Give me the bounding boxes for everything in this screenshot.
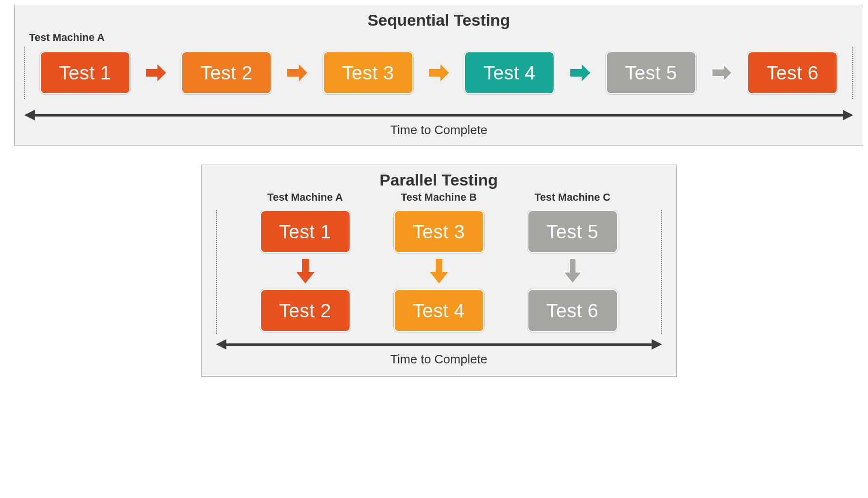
test-box-label: Test 4 <box>413 300 465 322</box>
test-box-label: Test 5 <box>625 62 677 84</box>
test-box: Test 4 <box>394 289 484 332</box>
parallel-machine-label: Test Machine C <box>535 191 611 204</box>
test-box: Test 1 <box>260 210 351 253</box>
test-box: Test 2 <box>181 51 272 94</box>
bound-line-icon <box>852 47 853 99</box>
sequential-time-caption: Time to Complete <box>24 123 853 137</box>
sequential-title: Sequential Testing <box>24 11 853 29</box>
test-box-label: Test 2 <box>200 62 253 84</box>
test-box-label: Test 4 <box>483 62 536 84</box>
sequential-machine-label: Test Machine A <box>29 31 853 44</box>
arrow-right-icon <box>428 62 450 83</box>
test-box: Test 1 <box>40 51 130 94</box>
parallel-time-axis: Time to Complete <box>216 339 662 367</box>
test-box: Test 2 <box>260 289 351 332</box>
arrow-right-icon <box>711 62 733 83</box>
test-box-label: Test 5 <box>546 221 599 243</box>
arrow-right-icon <box>569 62 591 83</box>
parallel-panel: Parallel Testing Test Machine A Test 1 T… <box>201 165 677 377</box>
parallel-column: Test Machine C Test 5 Test 6 <box>527 191 618 334</box>
test-box: Test 5 <box>527 210 618 253</box>
arrow-right-icon <box>286 62 308 83</box>
test-box: Test 5 <box>606 51 696 94</box>
time-axis-line <box>30 114 848 117</box>
test-box-label: Test 2 <box>279 300 332 322</box>
test-box: Test 6 <box>747 51 838 94</box>
arrow-down-icon <box>294 258 316 284</box>
arrow-down-icon <box>428 258 450 284</box>
test-box: Test 4 <box>464 51 555 94</box>
time-arrowhead-right-icon <box>652 339 662 350</box>
parallel-column: Test Machine A Test 1 Test 2 <box>260 191 351 334</box>
test-box-label: Test 1 <box>279 221 332 243</box>
parallel-time-caption: Time to Complete <box>216 352 662 367</box>
bound-line-icon <box>216 210 217 334</box>
test-box-label: Test 3 <box>342 62 394 84</box>
time-arrowhead-right-icon <box>843 110 853 120</box>
test-box-label: Test 6 <box>546 300 599 322</box>
test-box: Test 3 <box>394 210 484 253</box>
sequential-row: Test 1 Test 2 Test 3 Test 4 Test 5 <box>24 47 853 99</box>
arrow-right-icon <box>145 62 167 83</box>
test-box: Test 3 <box>323 51 413 94</box>
test-box-label: Test 6 <box>766 62 819 84</box>
parallel-columns: Test Machine A Test 1 Test 2 Test Machin… <box>211 191 667 334</box>
bound-line-icon <box>661 210 662 334</box>
arrow-down-icon <box>562 258 584 284</box>
bound-line-icon <box>24 47 25 99</box>
test-box: Test 6 <box>527 289 618 332</box>
test-box-label: Test 1 <box>59 62 111 84</box>
parallel-machine-label: Test Machine B <box>401 191 477 204</box>
parallel-column: Test Machine B Test 3 Test 4 <box>394 191 484 334</box>
sequential-time-axis: Time to Complete <box>24 109 853 137</box>
parallel-title: Parallel Testing <box>211 171 667 189</box>
sequential-panel: Sequential Testing Test Machine A Test 1… <box>14 5 863 146</box>
time-axis-line <box>222 343 656 346</box>
parallel-machine-label: Test Machine A <box>267 191 343 204</box>
test-box-label: Test 3 <box>413 221 465 243</box>
